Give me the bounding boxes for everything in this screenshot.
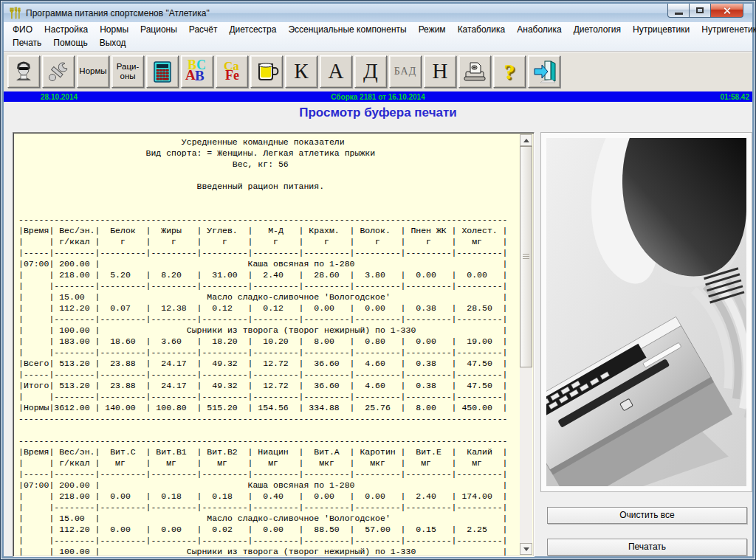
menu-item-настройка[interactable]: Настройка (38, 23, 94, 36)
window-title: Программа питания спортсменов "Атлетика" (26, 8, 210, 18)
vitamins-button[interactable]: B C А В (181, 55, 213, 88)
scroll-up-button[interactable] (520, 134, 532, 146)
printer-photo (546, 138, 746, 486)
d-catalog-button[interactable]: Д (354, 55, 387, 88)
toolbar: Нормы Раци-оны B C А В (4, 52, 752, 91)
menu-row-2: ПечатьПомощьВыход (7, 36, 749, 49)
status-build: Сборка 2181 от 16.10.2014 (4, 93, 752, 101)
wrench-icon (47, 60, 70, 83)
print-button[interactable]: Печатать (547, 539, 747, 556)
question-icon: ? (504, 59, 515, 84)
minerals-button[interactable]: Ca Fe (216, 55, 248, 88)
bad-label: БАД (394, 66, 417, 77)
user-face-icon (12, 60, 35, 83)
menu-row-1: ФИОНастройкаНормыРационыРасчётДиетсестра… (7, 23, 749, 36)
maximize-button[interactable] (690, 4, 710, 18)
calculator-icon (151, 60, 174, 83)
menu-item-фио[interactable]: ФИО (7, 23, 38, 36)
status-time: 01:58.42 (721, 93, 749, 101)
main-area: Просмотр буфера печати Усредненные коман… (4, 106, 752, 560)
title-bar[interactable]: Программа питания спортсменов "Атлетика" (4, 4, 752, 22)
calculator-button[interactable] (146, 55, 179, 88)
menu-item-эссенциальные-компоненты[interactable]: Эссенциальные компоненты (282, 23, 412, 36)
raciony-button[interactable]: Раци-оны (111, 55, 144, 88)
app-logo-forks-icon (8, 7, 21, 20)
menu-item-режим[interactable]: Режим (413, 23, 452, 36)
page-title: Просмотр буфера печати (4, 106, 752, 120)
mug-icon (254, 59, 279, 84)
menu-item-анаболика[interactable]: Анаболика (511, 23, 567, 36)
a-letter: А (329, 59, 344, 83)
menu-item-выход[interactable]: Выход (94, 36, 132, 49)
print-buffer-button[interactable] (458, 55, 491, 88)
k-catalog-button[interactable]: К (285, 55, 317, 88)
minerals-icon: Ca Fe (219, 59, 244, 84)
d-letter: Д (363, 59, 378, 83)
menu-bar: ФИОНастройкаНормыРационыРасчётДиетсестра… (4, 22, 752, 52)
printer-photo-panel (540, 132, 752, 492)
menu-item-нутрицевтики[interactable]: Нутрицевтики (627, 23, 695, 36)
n-catalog-button[interactable]: Н (424, 55, 456, 88)
user-profile-button[interactable] (7, 55, 40, 88)
arrow-down-icon (523, 547, 529, 551)
app-window: Программа питания спортсменов "Атлетика"… (0, 0, 756, 560)
help-button[interactable]: ? (493, 55, 526, 88)
menu-item-рационы[interactable]: Рационы (134, 23, 183, 36)
minimize-icon (675, 13, 683, 15)
exit-door-icon (532, 59, 557, 84)
minimize-button[interactable] (667, 4, 690, 18)
arrow-up-icon (523, 139, 529, 142)
window-frame: Программа питания спортсменов "Атлетика"… (1, 1, 755, 559)
drinks-button[interactable] (250, 55, 283, 88)
exit-button[interactable] (528, 55, 560, 88)
maximize-icon (696, 7, 704, 13)
menu-item-катаболика[interactable]: Катаболика (452, 23, 512, 36)
menu-item-печать[interactable]: Печать (7, 36, 47, 49)
menu-item-помощь[interactable]: Помощь (47, 36, 93, 49)
settings-button[interactable] (42, 55, 75, 88)
print-buffer-view[interactable]: Усредненные командные показатели Вид спо… (13, 132, 535, 557)
status-bar: 28.10.2014 Сборка 2181 от 16.10.2014 01:… (4, 91, 752, 102)
scroll-thumb[interactable] (520, 146, 532, 367)
normy-label: Нормы (79, 66, 106, 76)
n-letter: Н (433, 59, 448, 83)
a-catalog-button[interactable]: А (320, 55, 352, 88)
report-scrollbar[interactable] (520, 134, 532, 555)
raciony-label: Раци-оны (117, 62, 140, 80)
scroll-grip-icon (523, 254, 529, 260)
printer-icon (462, 59, 487, 84)
bad-button[interactable]: БАД (389, 55, 422, 88)
menu-item-диетология[interactable]: Диетология (568, 23, 627, 36)
menu-item-расчёт[interactable]: Расчёт (183, 23, 224, 36)
report-pre: Усредненные командные показатели Вид спо… (13, 133, 534, 557)
close-button[interactable] (710, 4, 743, 18)
menu-item-диетсестра[interactable]: Диетсестра (223, 23, 282, 36)
menu-item-нормы[interactable]: Нормы (94, 23, 134, 36)
vitamins-icon: B C А В (185, 59, 210, 84)
normy-button[interactable]: Нормы (77, 55, 109, 88)
scroll-down-button[interactable] (520, 543, 532, 555)
k-letter: К (294, 59, 308, 83)
clear-all-button[interactable]: Очистить все (547, 507, 747, 524)
close-icon (723, 7, 731, 15)
menu-item-нутригенетика[interactable]: Нутригенетика (695, 23, 756, 36)
